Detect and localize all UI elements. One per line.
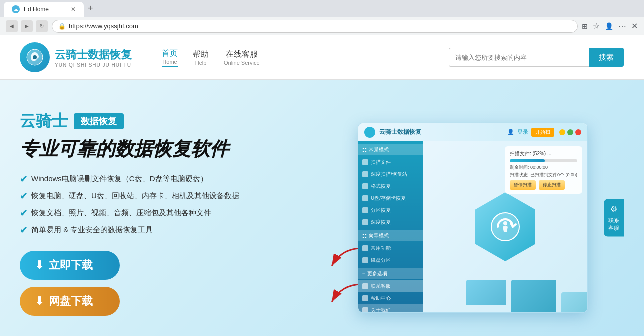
contact-service-icon (362, 283, 368, 289)
scan-progress-panel: 扫描文件: (52%) ... 剩余时间: 00:00:00 扫描状态: 已扫描… (505, 146, 582, 194)
nav-links: 首页 Home 帮助 Help 在线客服 Online Service (162, 48, 260, 67)
nav-service[interactable]: 在线客服 Online Service (224, 49, 260, 66)
pause-scan-btn[interactable]: 暂停扫描 (510, 180, 536, 190)
hero-tag: 数据恢复 (74, 113, 124, 129)
minimize-btn[interactable] (560, 129, 566, 135)
sidebar-partition-recovery[interactable]: 分区恢复 (358, 204, 424, 216)
tab-label: Ed Home (24, 6, 49, 13)
svg-point-1 (33, 55, 37, 59)
sidebar-scan-file[interactable]: 扫描文件 (358, 156, 424, 168)
maximize-btn[interactable] (568, 129, 574, 135)
bookmark-btn[interactable]: ☆ (593, 21, 600, 31)
extensions-btn[interactable]: ⊞ (582, 22, 588, 30)
scan-time-label: 剩余时间: 00:00:00 (510, 164, 578, 171)
scan-file-icon (362, 159, 368, 165)
profile-btn[interactable]: 👤 (605, 22, 614, 30)
netdisk-icon: ⬇ (35, 295, 44, 308)
address-bar[interactable]: 🔒 https://www.yqssjhf.com (52, 20, 578, 33)
side-panel-line1: 联系 (607, 217, 621, 224)
section-icon-2: ☷ (362, 233, 367, 239)
sidebar-deep-scan[interactable]: 深度扫描/恢复站 (358, 168, 424, 180)
window-close-btn[interactable] (576, 129, 582, 135)
close-icon[interactable]: ✕ (632, 21, 638, 31)
check-icon-3: ✔ (20, 208, 28, 219)
hero-buttons: ⬇ 立即下载 ⬇ (20, 251, 322, 316)
feature-2: ✔ 恢复电脑、硬盘、U盘、回收站、内存卡、相机及其他设备数据 (20, 191, 322, 202)
logo-icon (20, 42, 50, 72)
deep-recovery-icon (362, 219, 368, 225)
navbar: 云骑士数据恢复 YUN QI SHI SHU JU HUI FU 首页 Home… (0, 35, 644, 80)
scan-btn-row: 暂停扫描 停止扫描 (510, 180, 578, 190)
common-func-icon (362, 245, 368, 251)
app-body: ☷ 常景模式 扫描文件 深度扫描/恢复站 格式恢复 (358, 141, 588, 312)
logo-area: 云骑士数据恢复 YUN QI SHI SHU JU HUI FU (20, 42, 132, 72)
about-us-icon (362, 307, 368, 313)
format-recovery-icon (362, 183, 368, 189)
user-icon: 👤 (508, 129, 514, 135)
back-btn[interactable]: ◀ (6, 20, 18, 32)
hero-features: ✔ Windows电脑误删文件恢复（C盘、D盘等电脑硬盘） ✔ 恢复电脑、硬盘、… (20, 174, 322, 236)
logo-main-text: 云骑士数据恢复 (55, 47, 132, 62)
refresh-btn[interactable]: ↻ (36, 20, 48, 32)
browser-chrome: ◀ ▶ ↻ 🔒 https://www.yqssjhf.com ⊞ ☆ 👤 ⋯ … (0, 17, 644, 35)
hero-section: 云骑士 数据恢复 专业可靠的数据恢复软件 ✔ Windows电脑误删文件恢复（C… (0, 80, 644, 336)
hero-left: 云骑士 数据恢复 专业可靠的数据恢复软件 ✔ Windows电脑误删文件恢复（C… (20, 110, 322, 326)
sidebar-disk-partition[interactable]: 磁盘分区 (358, 254, 424, 266)
app-window-controls (560, 129, 582, 135)
hero-subtitle: 专业可靠的数据恢复软件 (20, 136, 322, 162)
logo-text: 云骑士数据恢复 YUN QI SHI SHU JU HUI FU (55, 47, 132, 68)
sidebar-format-recovery[interactable]: 格式恢复 (358, 180, 424, 192)
help-center-icon (362, 295, 368, 301)
browser-nav-controls: ◀ ▶ ↻ (6, 20, 48, 32)
lock-icon: 🔒 (58, 23, 66, 30)
register-btn[interactable]: 开始扫 (532, 128, 554, 137)
app-window: 云骑士数据恢复 👤 登录 开始扫 ☷ 常景模式 (358, 123, 588, 313)
sidebar-help-center[interactable]: 帮助中心 (358, 292, 424, 304)
hero-right: 云骑士数据恢复 👤 登录 开始扫 ☷ 常景模式 (322, 123, 624, 313)
nav-help[interactable]: 帮助 Help (193, 49, 209, 66)
scan-file-label: 扫描文件: (52%) ... (510, 150, 578, 157)
side-panel-line2: 客服 (607, 224, 621, 232)
stop-scan-btn[interactable]: 停止扫描 (539, 180, 565, 190)
sidebar-common-func[interactable]: 常用功能 (358, 242, 424, 254)
feature-4: ✔ 简单易用 & 专业安全的数据恢复工具 (20, 225, 322, 236)
deco-box-2 (512, 280, 556, 312)
sidebar-deep-recovery[interactable]: 深度恢复 (358, 216, 424, 228)
hex-shape (476, 192, 536, 261)
download-icon: ⬇ (35, 259, 44, 272)
section-icon-1: ☷ (362, 147, 367, 153)
active-tab[interactable]: ☁ Ed Home ✕ (4, 2, 84, 17)
app-title-small: 云骑士数据恢复 (380, 128, 422, 136)
app-titlebar: 云骑士数据恢复 👤 登录 开始扫 (358, 123, 588, 141)
progress-bar-fill (510, 159, 545, 162)
search-button[interactable]: 搜索 (589, 48, 624, 67)
deep-scan-icon (362, 171, 368, 177)
sidebar-about-us[interactable]: 关于我们 (358, 304, 424, 313)
search-input[interactable] (449, 48, 589, 67)
nav-home[interactable]: 首页 Home (162, 48, 178, 67)
netdisk-download-btn[interactable]: ⬇ 网盘下载 (20, 287, 120, 316)
check-icon-2: ✔ (20, 191, 28, 202)
svg-point-5 (504, 221, 508, 225)
new-tab-btn[interactable]: + (88, 3, 94, 14)
app-logo-small (364, 127, 376, 138)
sidebar-section-wizard: ☷ 向导模式 (358, 230, 424, 241)
check-icon-4: ✔ (20, 225, 28, 236)
forward-btn[interactable]: ▶ (21, 20, 33, 32)
download-btn[interactable]: ⬇ 立即下载 (20, 251, 120, 280)
tab-close-btn[interactable]: ✕ (71, 6, 76, 13)
deco-box-1 (466, 280, 506, 305)
settings-btn[interactable]: ⋯ (618, 21, 626, 31)
section-icon-3: ≡ (362, 271, 366, 277)
partition-recovery-icon (362, 207, 368, 213)
gear-icon: ⚙ (607, 204, 621, 214)
search-area: 搜索 (449, 48, 624, 67)
sidebar-contact-service[interactable]: 联系客服 (358, 280, 424, 292)
login-label[interactable]: 登录 (518, 128, 528, 136)
sidebar-section-more: ≡ 更多选项 (358, 268, 424, 279)
usb-recovery-icon (362, 195, 368, 201)
sidebar-usb-recovery[interactable]: U盘/存储卡恢复 (358, 192, 424, 204)
side-panel[interactable]: ⚙ 联系 客服 (604, 199, 624, 237)
app-main-area: 扫描文件: (52%) ... 剩余时间: 00:00:00 扫描状态: 已扫描… (424, 141, 588, 312)
deco-box-3 (562, 292, 588, 312)
